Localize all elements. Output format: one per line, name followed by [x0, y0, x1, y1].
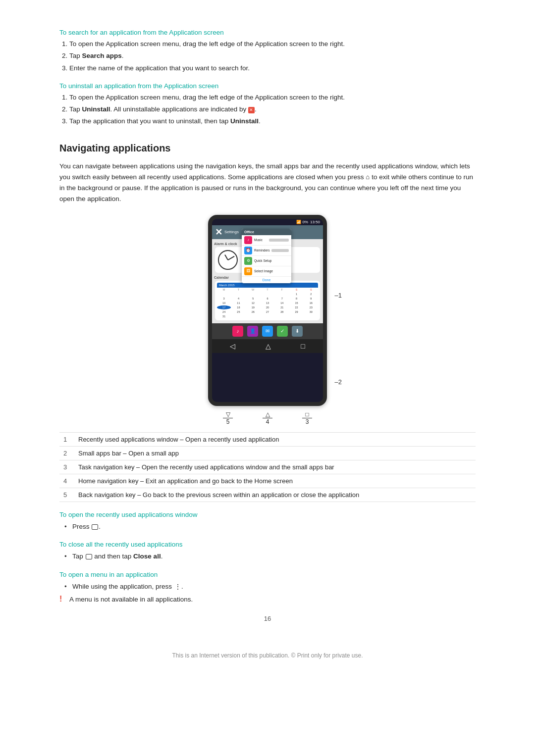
- footer-text: This is an Internet version of this publ…: [59, 652, 476, 659]
- music-icon: ♪: [244, 236, 252, 244]
- menu-warning: A menu is not available in all applicati…: [59, 594, 476, 605]
- reminders-icon: ⏰: [244, 247, 252, 254]
- music-bar: [269, 239, 289, 242]
- nav-label-4: △ 4: [263, 411, 272, 425]
- row-num-4: 4: [59, 474, 74, 488]
- diagram-label-2: –2: [335, 378, 342, 386]
- nav-bar: ◁ △ □: [212, 339, 323, 353]
- calendar-grid: M T W T F S S 1: [217, 288, 318, 318]
- close-recently-bullet: Tap and then tap Close all.: [64, 551, 476, 562]
- task-rect-icon: [92, 524, 98, 530]
- search-steps-list: To open the Application screen menu, dra…: [69, 39, 476, 73]
- open-recently-bullet: Press .: [64, 521, 476, 532]
- search-step-3: Enter the name of the application that y…: [69, 63, 476, 73]
- overlay-panel: Office ♪ Music ⏰ Reminders ⚙ Quick Setup: [242, 229, 291, 283]
- task-nav-icon: □: [301, 342, 305, 350]
- nav-4-num: 4: [266, 418, 269, 425]
- small-app-1: ♪: [232, 326, 243, 337]
- close-recently-list: Tap and then tap Close all.: [64, 551, 476, 562]
- row-desc-1: Recently used applications window – Open…: [74, 432, 476, 446]
- menu-dots-icon: ⋮: [174, 581, 181, 592]
- nav-bar-labels: ▽ 5 △ 4 □ 3: [208, 411, 327, 425]
- nav-body-text: You can navigate between applications us…: [59, 161, 476, 205]
- reminders-bar: [271, 249, 289, 252]
- home-nav-icon: △: [266, 342, 271, 350]
- row-num-1: 1: [59, 432, 74, 446]
- table-row: 2 Small apps bar – Open a small app: [59, 446, 476, 460]
- small-app-3: ✉: [262, 326, 273, 337]
- device-diagram: 📶 0% 13:50 ✕ Settings Office ♪ Music: [59, 215, 476, 406]
- device-screen: 📶 0% 13:50 ✕ Settings Office ♪ Music: [212, 219, 323, 402]
- table-row: 5 Back navigation key – Go back to the p…: [59, 488, 476, 502]
- descriptions-table: 1 Recently used applications window – Op…: [59, 432, 476, 502]
- nav-3-num: 3: [306, 418, 309, 425]
- small-apps-bar: ♪ 👤 ✉ ✓ ⬇: [212, 323, 323, 339]
- search-step-1: To open the Application screen menu, dra…: [69, 39, 476, 49]
- task-rect-icon2: [86, 554, 92, 559]
- overlay-item-selectimage: 🖼 Select Image: [242, 266, 291, 277]
- row-desc-4: Home navigation key – Exit an applicatio…: [74, 474, 476, 488]
- overlay-header: Office: [242, 229, 291, 235]
- uninstall-steps-list: To open the Application screen menu, dra…: [69, 93, 476, 127]
- small-app-5: ⬇: [292, 326, 303, 337]
- overlay-item-music: ♪ Music: [242, 235, 291, 246]
- uninstall-step-1: To open the Application screen menu, dra…: [69, 93, 476, 102]
- open-menu-bullet-1: While using the application, press ⋮.: [64, 581, 476, 593]
- uninstall-step-3: Tap the application that you want to uni…: [69, 116, 476, 126]
- table-row: 4 Home navigation key – Exit an applicat…: [59, 474, 476, 488]
- status-bar: 📶 0% 13:50: [212, 219, 323, 225]
- calendar-section: March 2015 M T W T F S S: [215, 281, 320, 320]
- overlay-done: Done: [242, 277, 291, 283]
- open-menu-list: While using the application, press ⋮.: [64, 581, 476, 593]
- row-desc-3: Task navigation key – Open the recently …: [74, 460, 476, 474]
- clock-icon: [218, 250, 238, 270]
- calendar-header: March 2015: [217, 283, 318, 288]
- page-number: 16: [59, 615, 476, 622]
- table-row: 1 Recently used applications window – Op…: [59, 432, 476, 446]
- overlay-item-reminders: ⏰ Reminders: [242, 246, 291, 256]
- back-nav-icon: ◁: [230, 342, 235, 350]
- row-num-5: 5: [59, 488, 74, 502]
- row-num-3: 3: [59, 460, 74, 474]
- selectimage-icon: 🖼: [244, 267, 252, 275]
- nav-label-3: □ 3: [302, 411, 312, 425]
- row-desc-2: Small apps bar – Open a small app: [74, 446, 476, 460]
- nav-5-num: 5: [226, 418, 230, 425]
- small-app-2: 👤: [247, 326, 258, 337]
- nav-label-5: ▽ 5: [223, 411, 233, 425]
- diagram-label-1: –1: [335, 292, 342, 299]
- table-row: 3 Task navigation key – Open the recentl…: [59, 460, 476, 474]
- close-recently-heading: To close all the recently used applicati…: [59, 541, 476, 548]
- row-num-2: 2: [59, 446, 74, 460]
- overlay-item-quicksetup: ⚙ Quick Setup: [242, 256, 291, 266]
- device-frame: 📶 0% 13:50 ✕ Settings Office ♪ Music: [208, 215, 327, 406]
- open-recently-heading: To open the recently used applications w…: [59, 511, 476, 518]
- nav-section-title: Navigating applications: [59, 143, 476, 154]
- row-desc-5: Back navigation key – Go back to the pre…: [74, 488, 476, 502]
- uninstall-step-2: Tap Uninstall. All uninstallable applica…: [69, 104, 476, 114]
- search-step-2: Tap Search apps.: [69, 51, 476, 61]
- search-heading: To search for an application from the Ap…: [59, 29, 476, 36]
- small-app-4: ✓: [277, 326, 288, 337]
- open-recently-list: Press .: [64, 521, 476, 532]
- uninstall-heading: To uninstall an application from the App…: [59, 82, 476, 90]
- quicksetup-icon: ⚙: [244, 257, 252, 265]
- open-menu-heading: To open a menu in an application: [59, 571, 476, 578]
